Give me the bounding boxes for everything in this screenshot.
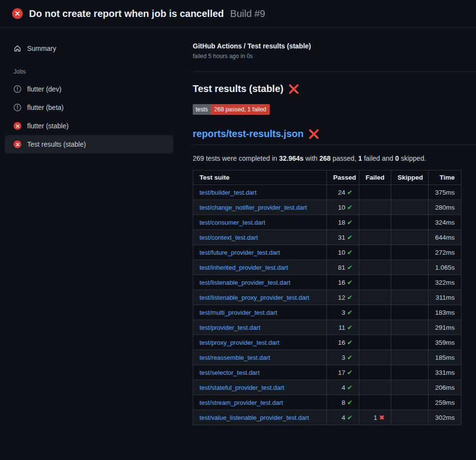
sidebar-item-summary[interactable]: Summary: [5, 39, 173, 58]
test-suite-link[interactable]: test/builder_test.dart: [200, 189, 257, 196]
table-row: test/change_notifier_provider_test.dart1…: [193, 200, 461, 215]
alert-circle-icon: [14, 85, 21, 93]
check-icon: ✔: [347, 234, 353, 241]
check-icon: ✔: [347, 414, 353, 421]
test-suite-link[interactable]: test/value_listenable_provider_test.dart: [200, 414, 309, 421]
failed-x-circle-icon: [14, 122, 21, 130]
summary-duration: 32.964s: [279, 154, 304, 162]
passed-count: 18: [338, 219, 345, 226]
table-row: test/selector_test.dart17 ✔331ms: [193, 365, 461, 380]
passed-count: 17: [338, 369, 345, 376]
passed-cell: 24 ✔: [327, 185, 359, 200]
passed-cell: 10 ✔: [327, 245, 359, 260]
column-header-failed: Failed: [359, 170, 391, 185]
main-content: GitHub Actions / Test results (stable) f…: [178, 28, 476, 460]
passed-count: 31: [338, 234, 345, 241]
passed-cell: 18 ✔: [327, 215, 359, 230]
failed-cell: [359, 320, 391, 335]
check-icon: ✔: [347, 309, 353, 316]
table-row: test/listenable_proxy_provider_test.dart…: [193, 290, 461, 305]
test-suite-link[interactable]: test/context_test.dart: [200, 234, 258, 241]
sidebar-item-label: flutter (dev): [27, 85, 61, 93]
table-row: test/inherited_provider_test.dart81 ✔1.0…: [193, 260, 461, 275]
failed-cell: [359, 305, 391, 320]
build-header: Do not create report when job is cancell…: [0, 0, 476, 28]
passed-cell: 8 ✔: [327, 395, 359, 410]
failed-cell: [359, 215, 391, 230]
failed-cell: [359, 290, 391, 305]
home-icon: [14, 45, 21, 52]
page-title: Do not create report when job is cancell…: [29, 8, 224, 19]
table-row: test/context_test.dart31 ✔644ms: [193, 230, 461, 245]
skipped-cell: [391, 275, 429, 290]
sidebar-item-test-results-stable[interactable]: Test results (stable): [5, 135, 173, 153]
time-cell: 185ms: [429, 350, 461, 365]
sidebar-item-label: flutter (beta): [27, 104, 63, 111]
failed-cell: [359, 350, 391, 365]
test-suite-link[interactable]: test/provider_test.dart: [200, 324, 261, 331]
jobs-section-label: Jobs: [5, 58, 173, 80]
time-cell: 183ms: [429, 305, 461, 320]
check-icon: ✔: [347, 219, 353, 226]
failed-x-circle-icon: [12, 8, 23, 19]
summary-text: skipped.: [399, 154, 426, 162]
test-suite-link[interactable]: test/reassemble_test.dart: [200, 354, 270, 361]
skipped-cell: [391, 350, 429, 365]
test-suite-link[interactable]: test/consumer_test.dart: [200, 219, 265, 226]
time-cell: 1.065s: [429, 260, 461, 275]
sidebar-item-flutter-stable[interactable]: flutter (stable): [5, 117, 173, 135]
report-file-link[interactable]: reports/test-results.json: [193, 128, 304, 139]
table-row: test/provider_test.dart11 ✔291ms: [193, 320, 461, 335]
test-suite-link[interactable]: test/selector_test.dart: [200, 369, 260, 376]
column-header-test-suite: Test suite: [193, 170, 327, 185]
test-suite-link[interactable]: test/proxy_provider_test.dart: [200, 339, 279, 346]
table-row: test/consumer_test.dart18 ✔324ms: [193, 215, 461, 230]
time-cell: 302ms: [429, 410, 461, 425]
passed-count: 81: [338, 264, 345, 271]
table-row: test/stateful_provider_test.dart4 ✔206ms: [193, 380, 461, 395]
passed-cell: 31 ✔: [327, 230, 359, 245]
sidebar-item-label: Summary: [27, 45, 56, 52]
check-icon: ✔: [347, 189, 353, 196]
sidebar-item-flutter-beta[interactable]: flutter (beta): [5, 98, 173, 117]
skipped-cell: [391, 305, 429, 320]
passed-count: 10: [338, 204, 345, 211]
tests-status-badge: tests 268 passed, 1 failed: [193, 104, 270, 115]
check-icon: ✔: [347, 384, 353, 391]
test-suite-link[interactable]: test/stream_provider_test.dart: [200, 399, 283, 406]
passed-cell: 17 ✔: [327, 365, 359, 380]
report-heading: reports/test-results.json ❌: [193, 128, 476, 145]
summary-text: with: [304, 154, 320, 162]
check-icon: ✔: [347, 339, 353, 346]
time-cell: 272ms: [429, 245, 461, 260]
table-row: test/listenable_provider_test.dart16 ✔32…: [193, 275, 461, 290]
sidebar: Summary Jobs flutter (dev) flut: [0, 28, 178, 460]
test-suite-link[interactable]: test/change_notifier_provider_test.dart: [200, 204, 307, 211]
table-header-row: Test suite Passed Failed Skipped Time: [193, 170, 461, 185]
check-icon: ✔: [347, 264, 353, 271]
skipped-cell: [391, 260, 429, 275]
passed-count: 4: [341, 414, 345, 421]
passed-cell: 12 ✔: [327, 290, 359, 305]
badge-value: 268 passed, 1 failed: [211, 104, 269, 115]
divider: [193, 71, 476, 72]
time-cell: 206ms: [429, 380, 461, 395]
time-cell: 359ms: [429, 335, 461, 350]
passed-count: 16: [338, 339, 345, 346]
test-suite-link[interactable]: test/stateful_provider_test.dart: [200, 384, 284, 391]
time-cell: 259ms: [429, 395, 461, 410]
passed-cell: 3 ✔: [327, 305, 359, 320]
check-icon: ✔: [347, 249, 353, 256]
failed-cell: [359, 395, 391, 410]
test-suite-link[interactable]: test/future_provider_test.dart: [200, 249, 280, 256]
test-suite-link[interactable]: test/inherited_provider_test.dart: [200, 264, 288, 271]
sidebar-item-label: Test results (stable): [27, 140, 86, 148]
skipped-cell: [391, 200, 429, 215]
passed-count: 16: [338, 279, 345, 286]
test-suite-link[interactable]: test/listenable_provider_test.dart: [200, 279, 291, 286]
test-suite-link[interactable]: test/listenable_proxy_provider_test.dart: [200, 294, 309, 301]
sidebar-item-flutter-dev[interactable]: flutter (dev): [5, 80, 173, 98]
column-header-skipped: Skipped: [391, 170, 429, 185]
table-row: test/builder_test.dart24 ✔375ms: [193, 185, 461, 200]
test-suite-link[interactable]: test/multi_provider_test.dart: [200, 309, 277, 316]
